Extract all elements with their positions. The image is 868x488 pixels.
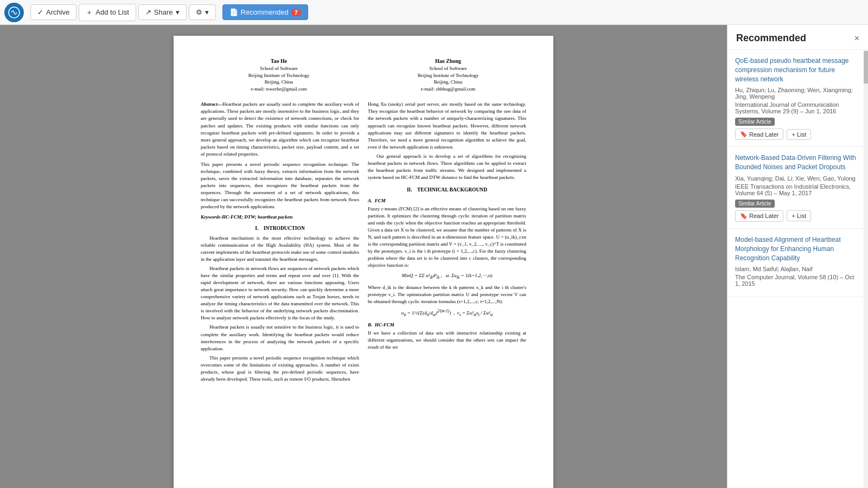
paper-left-col: Abstract—Heartbeat packets are usually u… bbox=[201, 101, 359, 382]
rec-journal-1: International Journal of Communication S… bbox=[735, 101, 856, 114]
rec-buttons-2: 🔖 Read Later + List bbox=[735, 210, 856, 222]
rec-title-3[interactable]: Model-based Alignment of Heartbeat Morph… bbox=[735, 235, 856, 262]
app-logo bbox=[4, 3, 24, 22]
paper-body: Abstract—Heartbeat packets are usually u… bbox=[201, 101, 526, 382]
section1-title: I. Introduction bbox=[201, 225, 359, 233]
add-to-list-button[interactable]: ＋ Add to List bbox=[79, 4, 136, 21]
fcm-p1: Fuzzy c-means (FCM) [2] is an effective … bbox=[368, 206, 526, 269]
intro-p2: Heartbeat packets in network flows are s… bbox=[201, 265, 359, 322]
hcfcm-p1: If we have a collection of data sets wit… bbox=[368, 330, 526, 351]
similar-badge-1: Similar Article bbox=[735, 118, 775, 126]
similar-badge-2: Similar Article bbox=[735, 200, 775, 208]
check-icon: ✓ bbox=[37, 8, 43, 16]
author2-school: Beijing Institute of Technology bbox=[370, 72, 526, 79]
paper-keywords: Keywords-HC-FCM; DTW; heartbeat packets bbox=[201, 214, 359, 221]
rec-actions-2: Similar Article bbox=[735, 200, 856, 208]
abstract-text: Heartbeat packets are usually used to co… bbox=[201, 101, 359, 156]
author-block-1: Tao He School of Software Beijing Instit… bbox=[201, 57, 357, 92]
bookmark-icon-1: 🔖 bbox=[740, 131, 748, 138]
author1-name: Tao He bbox=[201, 57, 357, 65]
plus-icon: ＋ bbox=[86, 8, 93, 17]
abstract-label: Abstract— bbox=[201, 101, 222, 107]
paper-paragraph2: This paper presents a novel periodic seq… bbox=[201, 161, 359, 210]
read-later-btn-2[interactable]: 🔖 Read Later bbox=[735, 210, 783, 222]
scrollbar-track bbox=[864, 50, 868, 488]
rec-title-1[interactable]: QoE-based pseudo heartbeat message compr… bbox=[735, 56, 856, 84]
author1-school: Beijing Institute of Technology bbox=[201, 72, 357, 79]
author2-email: e-mail: zhhbug@gmail.com bbox=[370, 86, 526, 93]
logo-icon bbox=[8, 7, 20, 18]
rec-title-2[interactable]: Network-Based Data-Driven Filtering With… bbox=[735, 153, 856, 172]
share-button[interactable]: ↗ Share ▾ bbox=[138, 4, 187, 20]
author1-dept: School of Software bbox=[201, 65, 357, 72]
author1-email: e-mail: towerhe@gmail.com bbox=[201, 86, 357, 93]
archive-label: Archive bbox=[46, 8, 69, 16]
rec-item-2: Network-Based Data-Driven Filtering With… bbox=[727, 147, 864, 229]
settings-button[interactable]: ⚙ ▾ bbox=[189, 4, 216, 20]
subsection-b: B. HC-FCM bbox=[368, 322, 526, 329]
recommended-icon: 📄 bbox=[229, 8, 238, 16]
panel-header: Recommended × bbox=[727, 25, 868, 50]
rec-journal-2: IEEE Transactions on Industrial Electron… bbox=[735, 183, 856, 196]
paper-page: Tao He School of Software Beijing Instit… bbox=[174, 36, 553, 488]
paper-authors-header: Tao He School of Software Beijing Instit… bbox=[201, 57, 526, 92]
close-button[interactable]: × bbox=[854, 34, 859, 43]
share-icon: ↗ bbox=[145, 8, 151, 16]
panel-title: Recommended bbox=[736, 33, 806, 44]
rec-authors-2: Xia, Yuanqing; Dai, Li; Xie, Wen; Gao, Y… bbox=[735, 175, 856, 182]
paper-area[interactable]: Tao He School of Software Beijing Instit… bbox=[0, 25, 727, 488]
settings-dropdown-icon: ▾ bbox=[205, 8, 209, 16]
section2-title: II. Technical background bbox=[368, 187, 526, 194]
rec-authors-1: Hu, Zhiqun; Lu, Zhaoming; Wen, Xiangming… bbox=[735, 87, 856, 100]
list-btn-1[interactable]: + List bbox=[787, 129, 811, 140]
formula2: uit = 1/√(Σ(dit/dst)2/(m-1)) , vs = Σu²s… bbox=[368, 309, 526, 318]
rec-buttons-1: 🔖 Read Later + List bbox=[735, 129, 856, 140]
share-dropdown-icon: ▾ bbox=[176, 8, 180, 16]
paper-right-col: Hong Xu (snoky) serial port server, are … bbox=[368, 101, 526, 382]
archive-button[interactable]: ✓ Archive bbox=[30, 4, 76, 20]
rec-item-3: Model-based Alignment of Heartbeat Morph… bbox=[727, 229, 864, 297]
panel-content[interactable]: QoE-based pseudo heartbeat message compr… bbox=[727, 50, 868, 488]
read-later-btn-1[interactable]: 🔖 Read Later bbox=[735, 129, 783, 140]
recommended-button[interactable]: 📄 Recommended 7 bbox=[222, 4, 308, 20]
subsection-a: A. FCM bbox=[368, 197, 526, 204]
rec-item-1: QoE-based pseudo heartbeat message compr… bbox=[727, 50, 864, 147]
rec-journal-3: The Computer Journal, Volume 58 (10) – O… bbox=[735, 274, 856, 287]
list-btn-2[interactable]: + List bbox=[787, 210, 811, 221]
fcm-p2: Where d_ik is the distance between the k… bbox=[368, 284, 526, 305]
intro-p3: Heartbeat packets is usually not sensiti… bbox=[201, 324, 359, 352]
right-col-p2: Our general approach is to develop a set… bbox=[368, 153, 526, 181]
formula1: MinQ = ΣΣ u²ikd²ik , st. Σuik = 1(k=1,2,… bbox=[368, 272, 526, 281]
add-to-list-label: Add to List bbox=[95, 8, 129, 16]
recommended-badge: 7 bbox=[291, 9, 301, 16]
intro-p4: This paper presents a novel periodic seq… bbox=[201, 355, 359, 383]
gear-icon: ⚙ bbox=[196, 8, 202, 16]
author2-dept: School of Software bbox=[370, 65, 526, 72]
recommended-panel: Recommended × QoE-based pseudo heartbeat… bbox=[727, 25, 868, 488]
author-block-2: Hao Zhong School of Software Beijing Ins… bbox=[370, 57, 526, 92]
toolbar: ✓ Archive ＋ Add to List ↗ Share ▾ ⚙ ▾ 📄 … bbox=[0, 0, 868, 25]
right-col-p1: Hong Xu (snoky) serial port server, are … bbox=[368, 101, 526, 150]
paper-abstract: Abstract—Heartbeat packets are usually u… bbox=[201, 101, 359, 157]
recommended-label: Recommended bbox=[241, 8, 289, 16]
author1-city: Beijing, China bbox=[201, 79, 357, 86]
scrollbar-thumb[interactable] bbox=[864, 51, 868, 84]
rec-actions-1: Similar Article bbox=[735, 118, 856, 126]
share-label: Share bbox=[154, 8, 173, 16]
main-layout: Tao He School of Software Beijing Instit… bbox=[0, 25, 868, 488]
author2-name: Hao Zhong bbox=[370, 57, 526, 65]
author2-city: Beijing, China bbox=[370, 79, 526, 86]
rec-authors-3: Islam, Md Saiful; Alajlan, Naif bbox=[735, 266, 856, 272]
bookmark-icon-2: 🔖 bbox=[740, 213, 748, 220]
intro-p1: Heartbeat mechanism is the most effectiv… bbox=[201, 235, 359, 263]
